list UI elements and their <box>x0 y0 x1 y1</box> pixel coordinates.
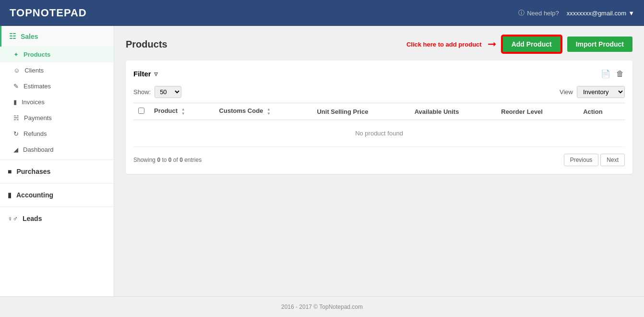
view-select[interactable]: Inventory Details Pricing <box>577 86 625 98</box>
filter-actions: 📄 🗑 <box>600 68 625 79</box>
page-header: Products Click here to add product ➞ Add… <box>126 36 632 53</box>
sidebar-item-payments[interactable]: ☵ Payments <box>0 110 114 126</box>
select-all-checkbox[interactable] <box>138 108 144 114</box>
add-product-button[interactable]: Add Product <box>502 36 561 53</box>
pagination-buttons: Previous Next <box>564 154 625 166</box>
page-title: Products <box>126 39 167 50</box>
filter-row: Filter ▿ 📄 🗑 <box>133 68 625 79</box>
estimates-icon: ✎ <box>13 83 19 90</box>
import-product-button[interactable]: Import Product <box>567 37 632 52</box>
col-unit-selling-price: Unit Selling Price <box>312 103 409 120</box>
sidebar-item-clients[interactable]: ☺ Clients <box>0 62 114 78</box>
footer-text: 2016 - 2017 © TopNotepad.com <box>281 304 363 310</box>
dashboard-icon: ◢ <box>13 146 18 153</box>
arrow-right-icon: ➞ <box>488 38 496 50</box>
col-reorder-level: Reorder Level <box>496 103 578 120</box>
products-card: Filter ▿ 📄 🗑 Show: 50 10 25 100 <box>126 61 632 174</box>
showing-text: Showing 0 to 0 of 0 entries <box>133 157 202 163</box>
sales-icon: ☷ <box>9 32 16 41</box>
footer: 2016 - 2017 © TopNotepad.com <box>0 296 644 317</box>
show-view-row: Show: 50 10 25 100 View Inventory Detail… <box>133 86 625 98</box>
sidebar-purchases-label: Purchases <box>16 168 50 175</box>
add-product-hint: Click here to add product <box>406 41 482 48</box>
accounting-icon: ▮ <box>8 191 12 199</box>
page-header-actions: Click here to add product ➞ Add Product … <box>406 36 632 53</box>
next-button[interactable]: Next <box>600 154 625 166</box>
sidebar-divider-3 <box>0 207 114 207</box>
no-data-message: No product found <box>133 120 625 147</box>
purchases-icon: ■ <box>8 168 12 175</box>
sidebar-item-products[interactable]: ✦ Products <box>0 47 114 62</box>
col-action: Action <box>578 103 625 120</box>
pagination-row: Showing 0 to 0 of 0 entries Previous Nex… <box>133 154 625 166</box>
header: TopNotepad ⓘ Need help? xxxxxxxx@gmail.c… <box>0 0 644 26</box>
refunds-icon: ↻ <box>13 130 19 137</box>
sidebar-section-leads[interactable]: ♀♂ Leads <box>0 209 114 228</box>
leads-icon: ♀♂ <box>8 215 18 222</box>
table-header-row: Product ▲▼ Customs Code ▲▼ Unit Selling … <box>133 103 625 120</box>
col-customs-code: Customs Code ▲▼ <box>215 103 312 120</box>
logo: TopNotepad <box>10 7 87 19</box>
need-help-link[interactable]: ⓘ Need help? <box>518 9 559 17</box>
sidebar-item-refunds[interactable]: ↻ Refunds <box>0 126 114 142</box>
sidebar-section-accounting[interactable]: ▮ Accounting <box>0 185 114 205</box>
sidebar-section-sales[interactable]: ☷ Sales <box>0 26 114 47</box>
filter-icon: ▿ <box>154 70 158 78</box>
view-label: View <box>560 88 573 96</box>
sidebar-divider-1 <box>0 159 114 160</box>
sidebar-section-purchases[interactable]: ■ Purchases <box>0 162 114 181</box>
show-left: Show: 50 10 25 100 <box>133 86 181 98</box>
content-area: Products Click here to add product ➞ Add… <box>114 26 644 296</box>
payments-icon: ☵ <box>13 114 19 122</box>
table-body: No product found <box>133 120 625 147</box>
filter-label: Filter ▿ <box>133 70 158 78</box>
delete-icon[interactable]: 🗑 <box>615 68 625 79</box>
invoices-icon: ▮ <box>13 98 17 106</box>
sort-customs-icon[interactable]: ▲▼ <box>267 107 271 116</box>
show-label: Show: <box>133 88 151 96</box>
sidebar-accounting-label: Accounting <box>16 191 53 199</box>
sort-product-icon[interactable]: ▲▼ <box>181 107 185 116</box>
sidebar-leads-label: Leads <box>23 215 42 222</box>
col-available-units: Available Units <box>410 103 497 120</box>
sidebar-divider-2 <box>0 183 114 183</box>
help-icon: ⓘ <box>518 9 525 17</box>
sidebar-item-dashboard[interactable]: ◢ Dashboard <box>0 142 114 158</box>
show-select[interactable]: 50 10 25 100 <box>155 86 181 98</box>
sidebar: ☷ Sales ✦ Products ☺ Clients ✎ Estimates… <box>0 26 114 296</box>
export-icon[interactable]: 📄 <box>600 68 611 79</box>
products-table: Product ▲▼ Customs Code ▲▼ Unit Selling … <box>133 103 625 147</box>
clients-icon: ☺ <box>13 67 20 74</box>
sidebar-item-estimates[interactable]: ✎ Estimates <box>0 78 114 94</box>
main-layout: ☷ Sales ✦ Products ☺ Clients ✎ Estimates… <box>0 26 644 296</box>
previous-button[interactable]: Previous <box>564 154 599 166</box>
chevron-down-icon: ▼ <box>628 10 634 17</box>
products-icon: ✦ <box>13 51 19 58</box>
sidebar-item-invoices[interactable]: ▮ Invoices <box>0 94 114 110</box>
no-data-row: No product found <box>133 120 625 147</box>
sidebar-sales-label: Sales <box>21 33 38 40</box>
view-right: View Inventory Details Pricing <box>560 86 625 98</box>
user-menu[interactable]: xxxxxxxx@gmail.com ▼ <box>567 10 634 17</box>
col-product: Product ▲▼ <box>149 103 215 120</box>
select-all-col <box>133 103 149 120</box>
header-right: ⓘ Need help? xxxxxxxx@gmail.com ▼ <box>518 9 634 17</box>
